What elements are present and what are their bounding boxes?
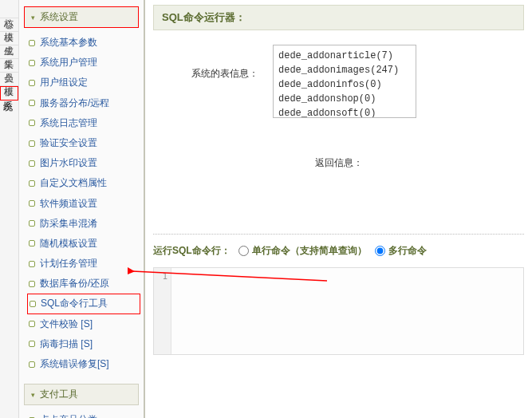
bullet-icon	[29, 160, 35, 167]
menu-item[interactable]: 文件校验 [S]	[27, 314, 140, 334]
menu-item-label: 病毒扫描 [S]	[40, 337, 93, 352]
menu-system-settings: 系统基本参数系统用户管理用户组设定服务器分布/远程系统日志管理验证安全设置图片水…	[19, 33, 144, 381]
menu-item[interactable]: 软件频道设置	[27, 194, 140, 214]
vtab-6[interactable]: 系统	[0, 86, 18, 101]
bullet-icon	[29, 361, 35, 368]
sidebar: ▾ 系统设置 系统基本参数系统用户管理用户组设定服务器分布/远程系统日志管理验证…	[19, 0, 145, 418]
bullet-icon	[29, 281, 35, 287]
bullet-icon	[30, 301, 36, 307]
section-title: 系统设置	[40, 10, 78, 24]
panel-title: SQL命令运行器：	[153, 5, 524, 30]
menu-item-label: 文件校验 [S]	[40, 317, 93, 332]
vtab-1[interactable]: 模块	[0, 18, 18, 32]
menu-item[interactable]: SQL命令行工具	[27, 294, 140, 314]
menu-item-label: SQL命令行工具	[41, 296, 108, 311]
radio-single-line[interactable]: 单行命令（支持简单查询）	[238, 244, 367, 258]
bullet-icon	[29, 240, 35, 246]
section-payment-tools[interactable]: ▾ 支付工具	[24, 384, 139, 405]
main-panel: SQL命令运行器： 系统的表信息： dede_addonarticle(7)de…	[145, 0, 532, 418]
table-row[interactable]: dede_addonarticle(7)	[278, 49, 411, 63]
menu-item[interactable]: 系统日志管理	[27, 113, 140, 133]
bullet-icon	[29, 100, 35, 106]
menu-item[interactable]: 自定义文档属性	[27, 173, 140, 193]
sql-editor[interactable]: 1	[153, 267, 524, 355]
menu-item-label: 计划任务管理	[40, 256, 97, 271]
menu-item-label: 数据库备份/还原	[40, 276, 109, 291]
bullet-icon	[29, 180, 35, 187]
bullet-icon	[29, 80, 35, 86]
bullet-icon	[29, 261, 35, 267]
bullet-icon	[29, 140, 35, 147]
vertical-tab-bar: 核心模块生成采集会员模板系统	[0, 0, 19, 418]
bullet-icon	[29, 200, 35, 207]
menu-item[interactable]: 点卡产品分类	[27, 410, 140, 418]
table-row[interactable]: dede_addonsoft(0)	[278, 106, 411, 118]
table-row[interactable]: dede_addonshop(0)	[278, 92, 411, 106]
vtab-3[interactable]: 采集	[0, 45, 18, 59]
menu-item-label: 系统基本参数	[40, 35, 97, 50]
menu-item-label: 服务器分布/远程	[40, 96, 109, 111]
table-list-box[interactable]: dede_addonarticle(7)dede_addonimages(247…	[273, 45, 416, 118]
table-info-label: 系统的表信息：	[153, 45, 273, 81]
menu-item[interactable]: 系统基本参数	[27, 33, 140, 53]
menu-item[interactable]: 系统错误修复[S]	[27, 354, 140, 374]
menu-item[interactable]: 数据库备份/还原	[27, 274, 140, 294]
menu-item-label: 自定义文档属性	[40, 175, 107, 191]
radio-multi-label: 多行命令	[388, 244, 427, 258]
radio-multi-line[interactable]: 多行命令	[375, 244, 427, 258]
section-title: 支付工具	[40, 388, 78, 401]
table-row[interactable]: dede_addoninfos(0)	[278, 77, 411, 92]
editor-gutter: 1	[154, 268, 171, 354]
run-sql-label: 运行SQL命令行：	[153, 244, 231, 258]
menu-item[interactable]: 图片水印设置	[27, 153, 140, 173]
menu-item[interactable]: 用户组设定	[27, 73, 140, 93]
bullet-icon	[29, 60, 35, 66]
menu-payment-tools: 点卡产品分类点卡产品管理会员产品分类	[19, 410, 144, 418]
menu-item[interactable]: 计划任务管理	[27, 254, 140, 274]
bullet-icon	[29, 321, 35, 327]
radio-single-label: 单行命令（支持简单查询）	[252, 244, 367, 258]
menu-item-label: 随机模板设置	[40, 236, 97, 251]
bullet-icon	[29, 341, 35, 347]
menu-item-label: 验证安全设置	[40, 136, 97, 151]
menu-item-label: 软件频道设置	[40, 196, 97, 211]
radio-single-input[interactable]	[238, 246, 249, 256]
table-row[interactable]: dede_addonimages(247)	[278, 63, 411, 77]
menu-item[interactable]: 验证安全设置	[27, 133, 140, 153]
menu-item-label: 图片水印设置	[40, 156, 97, 171]
menu-item-label: 用户组设定	[40, 75, 88, 90]
bullet-icon	[29, 120, 35, 126]
vtab-5[interactable]: 模板	[0, 73, 18, 86]
menu-item-label: 点卡产品分类	[40, 412, 97, 418]
divider	[153, 234, 524, 235]
return-info-label: 返回信息：	[153, 156, 524, 170]
menu-item-label: 防采集串混淆	[40, 216, 97, 231]
menu-item-label: 系统用户管理	[40, 55, 97, 70]
bullet-icon	[29, 220, 35, 227]
chevron-down-icon: ▾	[31, 391, 35, 399]
menu-item[interactable]: 系统用户管理	[27, 53, 140, 73]
menu-item-label: 系统日志管理	[40, 116, 97, 131]
vtab-0[interactable]: 核心	[0, 5, 18, 18]
menu-item[interactable]: 病毒扫描 [S]	[27, 334, 140, 354]
chevron-down-icon: ▾	[31, 14, 35, 22]
menu-item[interactable]: 防采集串混淆	[27, 214, 140, 234]
vtab-2[interactable]: 生成	[0, 32, 18, 45]
vtab-4[interactable]: 会员	[0, 59, 18, 73]
menu-item[interactable]: 随机模板设置	[27, 234, 140, 254]
section-system-settings[interactable]: ▾ 系统设置	[24, 6, 139, 28]
menu-item-label: 系统错误修复[S]	[40, 357, 109, 372]
menu-item[interactable]: 服务器分布/远程	[27, 93, 140, 113]
bullet-icon	[29, 40, 35, 46]
radio-multi-input[interactable]	[375, 246, 385, 256]
